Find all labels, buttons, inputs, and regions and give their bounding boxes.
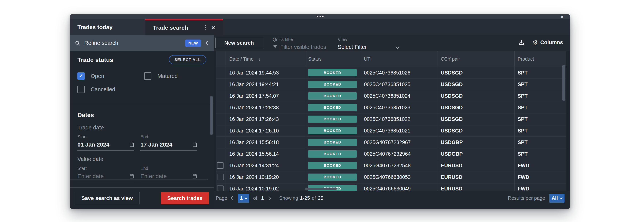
chevron-down-icon[interactable] xyxy=(396,45,400,49)
cell-ccy-pair: USDGBP xyxy=(438,137,514,148)
save-search-as-view-button[interactable]: Save search as view xyxy=(75,192,140,204)
table-row[interactable]: 16 Jan 2024 15:56:18BOOKED0025G407672329… xyxy=(216,137,566,148)
calendar-icon[interactable] xyxy=(192,174,197,179)
tab-trade-search[interactable]: Trade search × xyxy=(145,19,223,35)
row-checkbox[interactable] xyxy=(217,162,224,169)
cell-uti: 0025C40736851022 xyxy=(361,114,438,125)
sidebar-footer: Save search as view Search trades xyxy=(70,187,214,209)
checkbox-item-cancelled[interactable]: Cancelled xyxy=(78,86,115,93)
table-row[interactable]: 16 Jan 2024 15:56:14BOOKED0025G407672329… xyxy=(216,148,566,160)
sidebar-scrollbar[interactable] xyxy=(210,96,213,135)
calendar-icon[interactable] xyxy=(192,142,197,147)
table-row[interactable]: 16 Jan 2024 19:44:53BOOKED0025C407368510… xyxy=(216,67,566,79)
table-row[interactable]: 16 Jan 2024 19:44:21BOOKED0025C407368510… xyxy=(216,79,566,90)
cell-status: BOOKED xyxy=(306,90,361,102)
cell-status: BOOKED xyxy=(306,160,361,171)
status-badge: BOOKED xyxy=(308,104,357,111)
table-row[interactable]: 16 Jan 2024 14:31:24BOOKED0025G407672325… xyxy=(216,160,566,171)
cancelled-checkbox[interactable] xyxy=(78,86,85,93)
collapse-sidebar-icon[interactable] xyxy=(206,41,210,45)
field-label: Start xyxy=(78,134,134,140)
cell-status: BOOKED xyxy=(306,67,361,78)
cell-product: FWD xyxy=(514,171,566,183)
status-badge: BOOKED xyxy=(308,139,357,146)
quick-filter-field[interactable]: Quick filter Filter visible trades xyxy=(273,37,334,52)
status-badge: BOOKED xyxy=(308,174,357,181)
row-checkbox[interactable] xyxy=(217,174,224,180)
table-row[interactable]: 16 Jan 2024 17:28:38BOOKED0025C407368510… xyxy=(216,102,566,114)
column-header[interactable]: CCY pair xyxy=(438,51,514,67)
select-all-button[interactable]: SELECT ALL xyxy=(169,55,206,64)
table-row[interactable]: 16 Jan 2024 10:19:20BOOKED0025G407666300… xyxy=(216,171,566,183)
refine-search-sidebar: Refine search NEW Trade status SELECT AL… xyxy=(70,35,214,209)
search-trades-button[interactable]: Search trades xyxy=(161,192,209,204)
cell-uti: 0025C40736851021 xyxy=(361,125,438,137)
showing-of-label: of xyxy=(312,195,316,201)
page-select[interactable]: 1 xyxy=(238,194,249,203)
quick-filter-label: Quick filter xyxy=(273,37,334,42)
columns-button[interactable]: ⚙ Columns xyxy=(532,39,563,45)
date-value[interactable]: 01 Jan 2024 xyxy=(78,141,129,148)
quick-filter-input[interactable]: Filter visible trades xyxy=(280,44,326,50)
results-toolbar: New search Quick filter Filter visible t… xyxy=(214,35,570,51)
cell-ccy-pair: EURUSD xyxy=(438,171,514,183)
cell-date-time: 16 Jan 2024 17:26:10 xyxy=(226,125,306,137)
table-row[interactable]: 16 Jan 2024 17:26:43BOOKED0025C407368510… xyxy=(216,114,566,125)
cell-date-time: 16 Jan 2024 17:54:07 xyxy=(226,90,306,102)
cell-status: BOOKED xyxy=(306,148,361,160)
drag-handle-icon[interactable] xyxy=(317,16,324,17)
row-checkbox[interactable] xyxy=(217,185,224,191)
results-per-page-select[interactable]: All xyxy=(549,194,564,203)
column-header[interactable]: Status xyxy=(306,51,361,67)
date-placeholder[interactable]: Enter date xyxy=(78,173,129,179)
window-close-icon[interactable]: × xyxy=(560,15,564,19)
cell-date-time: 16 Jan 2024 10:19:02 xyxy=(226,183,306,191)
vertical-scrollbar[interactable] xyxy=(562,65,565,101)
tab-menu-icon[interactable] xyxy=(204,25,207,31)
table-row[interactable]: 16 Jan 2024 10:19:02BOOKED0025G407666300… xyxy=(216,183,566,191)
cell-product: FWD xyxy=(514,183,566,191)
table-body: 16 Jan 2024 19:44:53BOOKED0025C407368510… xyxy=(216,67,566,191)
table-row[interactable]: 16 Jan 2024 17:26:10BOOKED0025C407368510… xyxy=(216,125,566,137)
cell-uti: 0025C40736851023 xyxy=(361,102,438,113)
trade-date-start-field[interactable]: Start 01 Jan 2024 xyxy=(78,134,134,151)
view-select-value[interactable]: Select Filter xyxy=(338,44,396,50)
tab-close-icon[interactable]: × xyxy=(212,25,215,31)
previous-page-icon[interactable] xyxy=(230,196,234,200)
row-select-cell xyxy=(216,114,226,125)
column-header[interactable]: Product xyxy=(514,51,566,67)
cell-product: SPT xyxy=(514,114,566,125)
sidebar-scroll-track[interactable] xyxy=(70,179,208,180)
checkbox-item-open[interactable]: Open xyxy=(78,72,104,80)
window-titlebar[interactable]: × xyxy=(70,14,570,19)
funnel-icon xyxy=(273,45,278,49)
calendar-icon[interactable] xyxy=(129,174,134,179)
date-value[interactable]: 17 Jan 2024 xyxy=(140,141,192,148)
open-checkbox[interactable] xyxy=(78,72,85,80)
column-header[interactable]: UTI xyxy=(361,51,438,67)
tab-trades-today[interactable]: Trades today xyxy=(70,19,145,35)
value-date-label: Value date xyxy=(78,156,104,162)
date-placeholder[interactable]: Enter date xyxy=(140,173,192,179)
pagination-bar: Page 1 of 1 Showing 1-25 of 25 xyxy=(214,191,570,209)
sort-desc-icon[interactable]: ↓ xyxy=(258,56,261,62)
checkbox-label: Cancelled xyxy=(91,86,115,92)
status-badge: BOOKED xyxy=(308,81,357,88)
checkbox-label: Open xyxy=(91,73,104,79)
column-header[interactable]: Date / Time↓ xyxy=(226,51,306,67)
trade-status-heading: Trade status xyxy=(78,56,113,63)
checkbox-item-matured[interactable]: Matured xyxy=(144,72,178,80)
view-select-field[interactable]: View Select Filter xyxy=(338,37,399,52)
next-page-icon[interactable] xyxy=(267,196,271,200)
cell-status: BOOKED xyxy=(306,114,361,125)
download-icon[interactable] xyxy=(518,40,524,45)
calendar-icon[interactable] xyxy=(129,142,134,147)
matured-checkbox[interactable] xyxy=(144,72,152,80)
refine-search-header[interactable]: Refine search NEW xyxy=(70,35,214,51)
horizontal-scrollbar[interactable] xyxy=(305,188,337,190)
cell-uti: 0025C40736851024 xyxy=(361,90,438,102)
cell-date-time: 16 Jan 2024 15:56:18 xyxy=(226,137,306,148)
trade-date-end-field[interactable]: End 17 Jan 2024 xyxy=(140,134,197,151)
new-search-button[interactable]: New search xyxy=(215,38,263,48)
table-row[interactable]: 16 Jan 2024 17:54:07BOOKED0025C407368510… xyxy=(216,90,566,102)
